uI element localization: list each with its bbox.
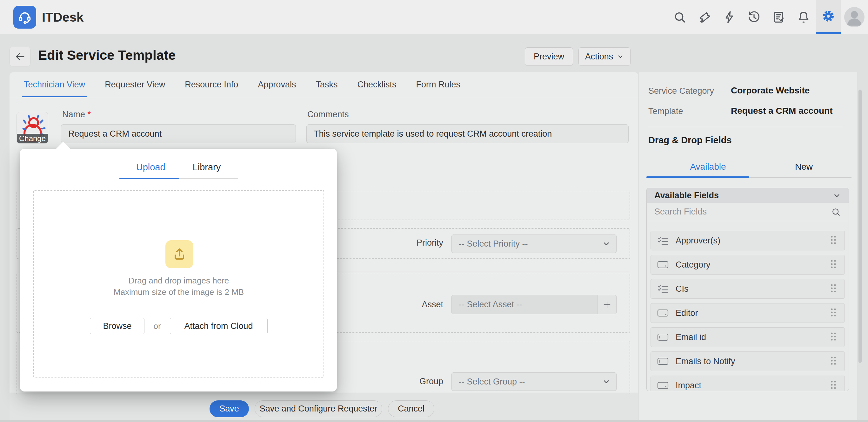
change-overlay[interactable]: Change — [17, 134, 48, 143]
priority-select[interactable]: -- Select Priority -- — [452, 234, 617, 253]
comments-label: Comments — [307, 110, 349, 119]
drag-handle-icon[interactable] — [830, 332, 838, 342]
tab-checklists[interactable]: Checklists — [357, 72, 396, 97]
search-icon[interactable] — [668, 0, 692, 34]
comments-input[interactable]: This service template is used to request… — [306, 124, 629, 143]
save-and-configure-button[interactable]: Save and Configure Requester — [255, 400, 382, 417]
field-item-editor[interactable]: Editor — [651, 303, 845, 323]
tab-form-rules[interactable]: Form Rules — [416, 72, 460, 97]
tab-available[interactable]: Available — [683, 162, 734, 172]
browse-button[interactable]: Browse — [90, 318, 145, 334]
chevron-down-icon — [617, 53, 624, 60]
back-button[interactable] — [9, 47, 30, 66]
drag-handle-icon[interactable] — [830, 356, 838, 367]
field-item-cis[interactable]: CIs — [651, 279, 845, 299]
group-label: Group — [342, 376, 443, 386]
dropzone-hint-line2: Maximum size of the image is 2 MB — [34, 287, 323, 297]
name-input[interactable]: Request a CRM account — [61, 124, 296, 143]
tab-tasks[interactable]: Tasks — [316, 72, 338, 97]
preview-button[interactable]: Preview — [525, 47, 573, 66]
app-title: ITDesk — [42, 0, 84, 34]
settings-gear-icon[interactable] — [816, 0, 841, 34]
picklist-icon — [657, 308, 670, 318]
field-item-impact[interactable]: Impact — [651, 375, 845, 391]
picklist-icon — [657, 381, 670, 391]
bell-icon[interactable] — [791, 0, 816, 34]
topbar-icons — [668, 0, 868, 34]
asset-add-button[interactable] — [597, 295, 616, 314]
group-placeholder: -- Select Group -- — [452, 377, 602, 387]
attach-from-cloud-button[interactable]: Attach from Cloud — [170, 318, 268, 334]
tab-new[interactable]: New — [785, 162, 823, 172]
asset-select[interactable]: -- Select Asset -- — [452, 295, 617, 314]
field-item-email-id[interactable]: Email id — [651, 327, 845, 347]
available-tab-indicator — [646, 176, 749, 178]
available-fields-title: Available Fields — [654, 191, 833, 200]
tab-approvals[interactable]: Approvals — [258, 72, 296, 97]
active-tab-indicator — [119, 178, 179, 179]
dialog-tab-underline — [119, 178, 238, 179]
search-fields-input[interactable]: Search Fields — [654, 207, 831, 217]
sidebar-tab-underline — [749, 177, 851, 178]
popover-arrow — [56, 142, 71, 149]
asset-select-area[interactable]: -- Select Asset -- — [452, 295, 597, 314]
form-footer: Save Save and Configure Requester Cancel — [9, 394, 638, 422]
chevron-down-icon — [602, 240, 611, 248]
tab-resource-info[interactable]: Resource Info — [185, 72, 238, 97]
field-item-category[interactable]: Category — [651, 255, 845, 275]
field-item-approvers[interactable]: Approver(s) — [651, 231, 845, 250]
user-avatar[interactable] — [841, 0, 868, 34]
template-value: Request a CRM account — [731, 106, 833, 116]
drag-handle-icon[interactable] — [830, 235, 838, 246]
drag-handle-icon[interactable] — [830, 283, 838, 294]
field-label: Editor — [676, 308, 830, 318]
save-button[interactable]: Save — [210, 400, 249, 417]
app-logo[interactable] — [13, 6, 36, 29]
page-title: Edit Service Template — [38, 48, 176, 63]
group-select[interactable]: -- Select Group -- — [452, 372, 617, 391]
app-root: ITDesk — [0, 0, 868, 422]
chevron-down-icon — [833, 191, 841, 200]
field-label: Approver(s) — [676, 236, 830, 246]
checklist-icon — [657, 235, 670, 246]
search-fields-row: Search Fields — [647, 203, 849, 221]
drag-handle-icon[interactable] — [830, 380, 838, 391]
page-scrollbar[interactable] — [859, 90, 862, 363]
chevron-down-icon — [602, 377, 611, 386]
image-dropzone[interactable]: Drag and drop images here Maximum size o… — [33, 190, 324, 377]
preview-label: Preview — [534, 52, 564, 62]
tab-upload[interactable]: Upload — [136, 162, 165, 173]
topbar: ITDesk — [0, 0, 868, 34]
tab-technician-view[interactable]: Technician View — [24, 72, 85, 97]
service-category-label: Service Category — [648, 86, 714, 96]
sidebar-divider — [648, 127, 843, 127]
available-fields-list: Approver(s) Category — [647, 221, 849, 391]
template-tabs: Technician View Requester View Resource … — [9, 72, 638, 97]
search-icon[interactable] — [831, 207, 841, 217]
cancel-button[interactable]: Cancel — [388, 400, 434, 417]
back-arrow-icon — [14, 51, 26, 62]
field-item-emails-to-notify[interactable]: Emails to Notify — [651, 351, 845, 371]
available-fields-header[interactable]: Available Fields — [647, 188, 849, 203]
plus-icon — [602, 300, 612, 309]
textbox-icon — [657, 356, 670, 366]
field-label: Email id — [676, 332, 830, 342]
template-icon-tile[interactable]: Change — [17, 112, 48, 144]
upload-icon — [172, 247, 187, 262]
ticket-add-icon[interactable] — [692, 0, 717, 34]
flash-icon[interactable] — [717, 0, 742, 34]
picklist-icon — [657, 260, 670, 270]
name-label-text: Name — [62, 110, 85, 119]
checklist-icon — [657, 284, 670, 294]
actions-label: Actions — [585, 52, 613, 62]
tab-requester-view[interactable]: Requester View — [105, 72, 165, 97]
field-label: Emails to Notify — [676, 357, 830, 366]
task-check-icon[interactable] — [766, 0, 791, 34]
actions-button[interactable]: Actions — [579, 47, 630, 66]
field-label: Category — [676, 260, 830, 270]
tab-library[interactable]: Library — [193, 162, 221, 173]
dropzone-hint-line1: Drag and drop images here — [34, 276, 323, 286]
drag-handle-icon[interactable] — [830, 259, 838, 270]
drag-handle-icon[interactable] — [830, 308, 838, 318]
history-icon[interactable] — [742, 0, 766, 34]
